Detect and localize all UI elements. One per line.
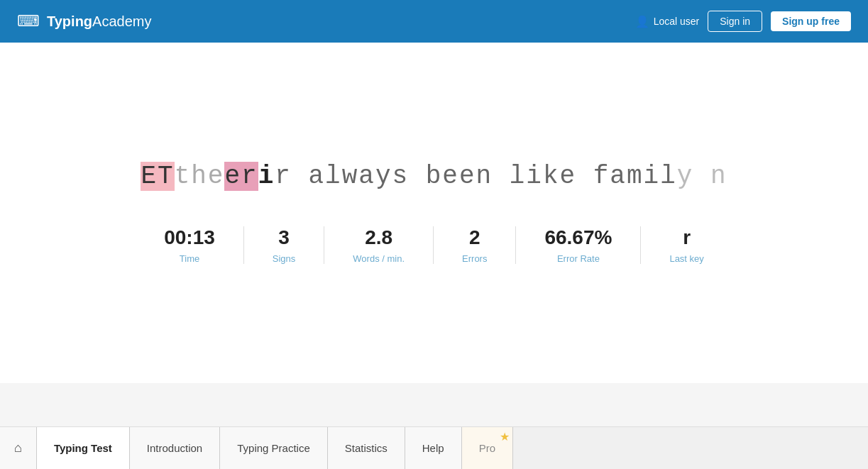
nav-home[interactable]: ⌂ — [0, 427, 37, 469]
typing-area: E T t h e e r i r always been like famil… — [115, 162, 754, 191]
main-content: E T t h e e r i r always been like famil… — [0, 43, 868, 383]
user-section: 👤 Local user — [635, 15, 700, 28]
nav-introduction[interactable]: Introduction — [130, 427, 220, 469]
nav-statistics[interactable]: Statistics — [328, 427, 405, 469]
signup-button[interactable]: Sign up free — [771, 11, 851, 31]
nav-introduction-label: Introduction — [147, 442, 202, 454]
logo-area: ⌨ TypingAcademy — [17, 12, 151, 31]
stat-errorrate-value: 66.67% — [544, 226, 612, 249]
char-cursor: i — [258, 162, 275, 191]
nav-help-label: Help — [422, 442, 444, 454]
home-icon: ⌂ — [14, 441, 22, 456]
signin-button[interactable]: Sign in — [708, 11, 762, 32]
pro-star-icon: ★ — [500, 430, 510, 443]
stat-time-value: 00:13 — [164, 226, 215, 249]
logo-text: TypingAcademy — [47, 13, 151, 30]
nav-typing-practice-label: Typing Practice — [237, 442, 310, 454]
nav-typing-practice[interactable]: Typing Practice — [220, 427, 328, 469]
stat-signs-label: Signs — [273, 253, 296, 264]
stat-errors-label: Errors — [462, 253, 487, 264]
stat-errorrate-label: Error Rate — [557, 253, 600, 264]
nav-statistics-label: Statistics — [345, 442, 388, 454]
stat-errors-value: 2 — [469, 226, 480, 249]
char-h: h — [191, 162, 208, 191]
nav-help[interactable]: Help — [405, 427, 462, 469]
char-T: T — [158, 162, 175, 191]
stat-time-label: Time — [180, 253, 199, 264]
char-err-r: r — [241, 162, 258, 191]
char-e: e — [208, 162, 225, 191]
stat-lastkey: r Last key — [641, 226, 732, 264]
char-faded: y n — [677, 162, 727, 191]
user-icon: 👤 — [635, 15, 649, 28]
stat-lastkey-label: Last key — [669, 253, 703, 264]
char-t: t — [175, 162, 192, 191]
stat-signs-value: 3 — [278, 226, 290, 249]
stat-signs: 3 Signs — [244, 226, 325, 264]
nav-pro-label: Pro — [479, 442, 495, 454]
nav-pro[interactable]: Pro ★ — [462, 427, 513, 469]
stat-errorrate: 66.67% Error Rate — [516, 226, 641, 264]
typing-text: E T t h e e r i r always been like famil… — [141, 162, 727, 191]
nav-typing-test-label: Typing Test — [54, 442, 112, 454]
char-err-e: e — [224, 162, 241, 191]
stat-lastkey-value: r — [683, 226, 691, 249]
bottom-nav: ⌂ Typing Test Introduction Typing Practi… — [0, 426, 868, 469]
char-E: E — [141, 162, 158, 191]
user-label: Local user — [654, 16, 700, 27]
logo-normal: Academy — [92, 13, 151, 29]
stat-time: 00:13 Time — [136, 226, 244, 264]
stat-wpm: 2.8 Words / min. — [324, 226, 434, 264]
stat-errors: 2 Errors — [434, 226, 516, 264]
stats-row: 00:13 Time 3 Signs 2.8 Words / min. 2 Er… — [136, 226, 732, 264]
logo-bold: Typing — [47, 13, 92, 29]
nav-typing-test[interactable]: Typing Test — [37, 427, 130, 469]
stat-wpm-value: 2.8 — [365, 226, 392, 249]
logo-icon: ⌨ — [17, 12, 40, 31]
header-right: 👤 Local user Sign in Sign up free — [635, 11, 851, 32]
stat-wpm-label: Words / min. — [353, 253, 405, 264]
header: ⌨ TypingAcademy 👤 Local user Sign in Sig… — [0, 0, 868, 43]
char-rest: r always been like famil — [275, 162, 676, 191]
